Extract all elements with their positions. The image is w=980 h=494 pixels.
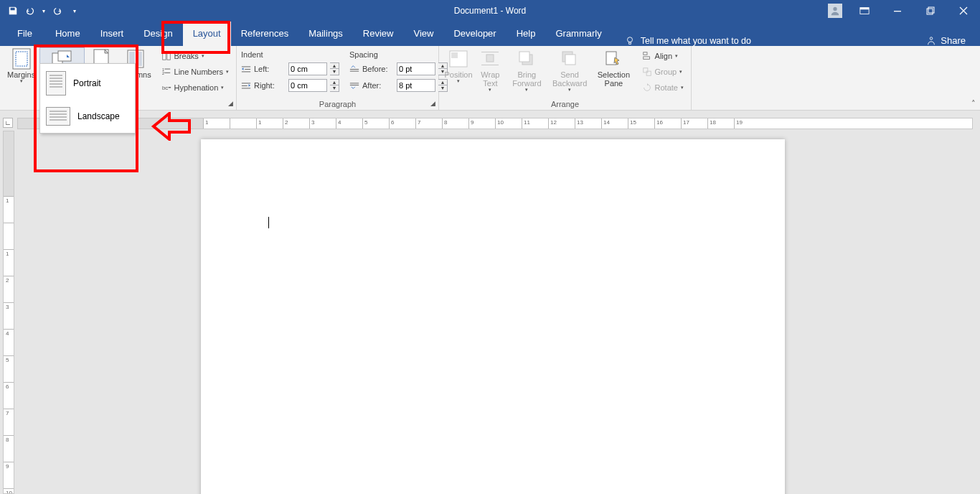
line-numbers-label: Line Numbers xyxy=(174,67,223,76)
svg-text:2: 2 xyxy=(161,71,164,75)
margins-icon xyxy=(12,48,31,70)
tab-design[interactable]: Design xyxy=(133,22,182,46)
rotate-button[interactable]: Rotate▾ xyxy=(639,80,687,95)
indent-right-icon xyxy=(241,81,251,90)
user-avatar[interactable] xyxy=(828,4,842,18)
group-icon xyxy=(642,67,652,77)
share-button[interactable]: Share xyxy=(926,35,976,46)
selection-pane-button[interactable]: Selection Pane xyxy=(593,47,634,88)
tab-grammarly[interactable]: Grammarly xyxy=(545,22,611,46)
vertical-ruler[interactable]: 112345678910 xyxy=(3,131,14,494)
paragraph-launcher[interactable]: ◢ xyxy=(428,99,437,108)
align-label: Align xyxy=(655,52,672,60)
svg-rect-4 xyxy=(927,9,933,14)
hyphenation-label: Hyphenation xyxy=(174,83,219,92)
rotate-label: Rotate xyxy=(655,83,678,92)
spacing-before-input[interactable] xyxy=(397,62,435,75)
orientation-landscape-item[interactable]: Landscape xyxy=(42,101,133,131)
customize-qat-icon[interactable]: ▾ xyxy=(67,4,82,18)
indent-left-input[interactable] xyxy=(288,62,327,75)
svg-rect-48 xyxy=(646,71,651,75)
tab-mailings[interactable]: Mailings xyxy=(298,22,353,46)
tab-file[interactable]: File xyxy=(4,22,45,46)
tab-stop-selector[interactable]: ∟ xyxy=(3,118,13,128)
svg-rect-29 xyxy=(242,85,248,86)
svg-rect-22 xyxy=(164,73,170,73)
tab-insert[interactable]: Insert xyxy=(90,22,134,46)
page-setup-launcher[interactable]: ◢ xyxy=(226,99,235,108)
group-obj-button[interactable]: Group▾ xyxy=(639,65,687,79)
tell-me-search[interactable]: Tell me what you want to do xyxy=(625,36,751,46)
undo-button[interactable] xyxy=(23,4,37,18)
svg-rect-45 xyxy=(643,52,646,55)
svg-rect-24 xyxy=(168,87,171,88)
document-page[interactable] xyxy=(201,139,785,494)
spacing-after-label: After: xyxy=(362,81,394,90)
text-cursor xyxy=(268,217,269,228)
breaks-button[interactable]: Breaks▾ xyxy=(159,49,232,63)
collapse-ribbon-button[interactable]: ˄ xyxy=(971,99,976,108)
wrap-text-label: Wrap Text xyxy=(479,70,501,88)
svg-point-6 xyxy=(627,37,632,42)
svg-rect-18 xyxy=(166,52,169,60)
minimize-button[interactable] xyxy=(881,0,914,22)
ribbon-display-options[interactable] xyxy=(848,0,881,22)
svg-rect-3 xyxy=(894,11,901,11)
svg-rect-36 xyxy=(451,52,458,58)
indent-left-spinner[interactable]: ▲▼ xyxy=(330,62,339,75)
margins-button[interactable]: Margins▾ xyxy=(4,47,38,88)
svg-point-8 xyxy=(930,37,933,39)
svg-rect-7 xyxy=(628,42,631,45)
hyphenation-button[interactable]: bc Hyphenation▾ xyxy=(159,80,232,95)
share-label: Share xyxy=(941,35,966,46)
group-paragraph-label: Paragraph xyxy=(241,98,434,110)
line-numbers-button[interactable]: 12 Line Numbers▾ xyxy=(159,65,232,79)
svg-rect-39 xyxy=(481,65,499,65)
orientation-portrait-item[interactable]: Portrait xyxy=(42,65,133,101)
align-button[interactable]: Align▾ xyxy=(639,49,687,63)
send-backward-button[interactable]: Send Backward▾ xyxy=(548,47,591,92)
group-paragraph: Indent Left: ▲▼ Right: ▲▼ Spacing xyxy=(237,46,439,110)
hyphenation-icon: bc xyxy=(161,83,171,93)
save-button[interactable] xyxy=(6,4,20,18)
tab-review[interactable]: Review xyxy=(353,22,404,46)
svg-rect-41 xyxy=(519,52,529,62)
group-arrange-label: Arrange xyxy=(443,98,687,110)
ribbon: Margins▾ Orientation▾ Size▾ Columns▾ Bre… xyxy=(0,46,980,111)
tab-references[interactable]: References xyxy=(231,22,298,46)
svg-rect-25 xyxy=(242,67,250,67)
breaks-label: Breaks xyxy=(174,52,199,60)
horizontal-ruler[interactable]: 112345678910111213141516171819 xyxy=(17,118,973,129)
tab-developer[interactable]: Developer xyxy=(443,22,506,46)
close-button[interactable] xyxy=(947,0,980,22)
maximize-button[interactable] xyxy=(914,0,947,22)
wrap-text-button[interactable]: Wrap Text▾ xyxy=(475,47,506,92)
spacing-before-label: Before: xyxy=(362,65,394,73)
svg-rect-43 xyxy=(565,55,575,65)
tab-help[interactable]: Help xyxy=(507,22,546,46)
title-bar: ▾ ▾ Document1 - Word xyxy=(0,0,980,22)
svg-rect-26 xyxy=(245,69,250,70)
tab-view[interactable]: View xyxy=(403,22,443,46)
send-backward-icon xyxy=(561,50,578,67)
spacing-after-input[interactable] xyxy=(397,79,435,92)
redo-button[interactable] xyxy=(50,4,65,18)
svg-point-0 xyxy=(833,7,837,11)
tab-layout[interactable]: Layout xyxy=(183,22,231,46)
bring-forward-button[interactable]: Bring Forward▾ xyxy=(507,47,547,92)
indent-right-input[interactable] xyxy=(288,79,327,92)
spacing-after-icon xyxy=(349,81,359,90)
tab-home[interactable]: Home xyxy=(45,22,90,46)
line-numbers-icon: 12 xyxy=(161,67,171,77)
svg-rect-46 xyxy=(643,57,649,60)
position-button[interactable]: Position▾ xyxy=(443,47,473,88)
svg-rect-27 xyxy=(242,72,250,73)
svg-rect-32 xyxy=(350,71,359,72)
spacing-heading: Spacing xyxy=(349,50,448,59)
undo-more-icon[interactable]: ▾ xyxy=(40,4,47,18)
svg-rect-17 xyxy=(162,52,165,60)
indent-right-spinner[interactable]: ▲▼ xyxy=(330,79,339,92)
svg-rect-5 xyxy=(928,7,934,13)
svg-rect-30 xyxy=(242,88,250,89)
wrap-text-icon xyxy=(481,50,499,67)
